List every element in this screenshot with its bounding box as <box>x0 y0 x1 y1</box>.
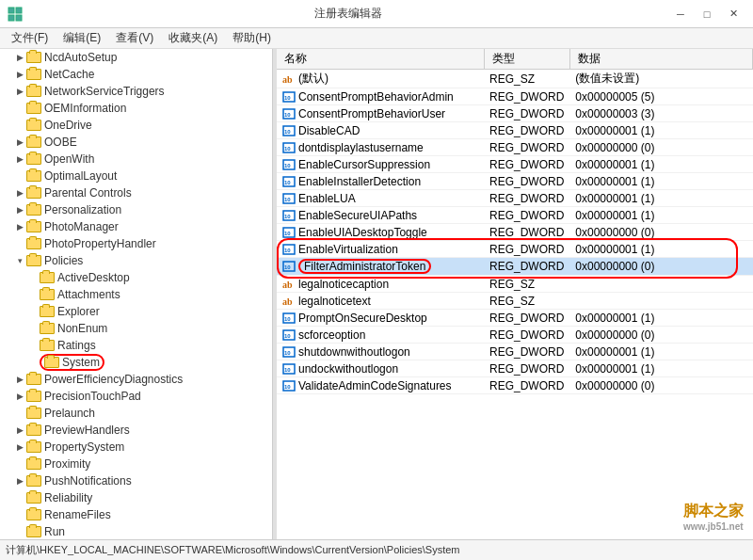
tree-item-label: PhotoPropertyHandler <box>44 237 156 250</box>
tree-arrow-icon: ▶ <box>13 68 26 81</box>
tree-item[interactable]: Prelaunch <box>0 405 272 422</box>
registry-row[interactable]: ab(默认)REG_SZ(数值未设置) <box>277 70 753 88</box>
registry-row[interactable]: 10ValidateAdminCodeSignaturesREG_DWORD0x… <box>277 377 753 394</box>
tree-item[interactable]: ▶PreviewHandlers <box>0 422 272 439</box>
registry-row[interactable]: 10FilterAdministratorTokenREG_DWORD0x000… <box>277 258 753 276</box>
tree-item[interactable]: ▶Parental Controls <box>0 184 272 201</box>
registry-row[interactable]: ablegalnoticecaptionREG_SZ <box>277 276 753 293</box>
tree-item-label: PowerEfficiencyDiagnostics <box>44 373 183 386</box>
tree-arrow-icon <box>13 102 26 115</box>
registry-data-cell: 0x00000001 (1) <box>569 241 752 258</box>
tree-item[interactable]: Run <box>0 523 272 539</box>
tree-item[interactable]: Explorer <box>0 303 272 320</box>
tree-item[interactable]: NonEnum <box>0 320 272 337</box>
menu-favorites[interactable]: 收藏夹(A) <box>161 28 225 48</box>
folder-icon <box>26 374 41 385</box>
tree-item[interactable]: ActiveDesktop <box>0 269 272 286</box>
registry-name: EnableLUA <box>298 192 356 205</box>
tree-item[interactable]: ▶NcdAutoSetup <box>0 49 272 66</box>
tree-item[interactable]: ▶OpenWith <box>0 151 272 168</box>
tree-item-label: NetworkServiceTriggers <box>44 85 165 98</box>
tree-item[interactable]: Proximity <box>0 456 272 472</box>
registry-name-cell: ablegalnoticetext <box>277 293 484 310</box>
registry-name-cell: 10EnableCursorSuppression <box>277 156 484 173</box>
registry-row[interactable]: 10EnableSecureUIAPathsREG_DWORD0x0000000… <box>277 207 753 224</box>
registry-row[interactable]: 10ConsentPromptBehaviorAdminREG_DWORD0x0… <box>277 88 753 105</box>
tree-item[interactable]: ▶Personalization <box>0 201 272 218</box>
menu-help[interactable]: 帮助(H) <box>225 28 279 48</box>
svg-text:10: 10 <box>284 214 291 219</box>
tree-item[interactable]: ▶PowerEfficiencyDiagnostics <box>0 371 272 388</box>
folder-icon <box>40 340 55 351</box>
registry-row[interactable]: 10shutdownwithoutlogonREG_DWORD0x0000000… <box>277 344 753 360</box>
tree-item[interactable]: ▶NetworkServiceTriggers <box>0 83 272 100</box>
tree-arrow-icon: ▶ <box>13 51 26 64</box>
tree-item[interactable]: ▶PhotoManager <box>0 218 272 235</box>
registry-data-cell: 0x00000000 (0) <box>569 327 752 344</box>
menu-edit[interactable]: 编辑(E) <box>56 28 108 48</box>
tree-item[interactable]: Attachments <box>0 286 272 303</box>
menu-view[interactable]: 查看(V) <box>108 28 161 48</box>
tree-item[interactable]: PhotoPropertyHandler <box>0 235 272 252</box>
registry-row[interactable]: 10EnableCursorSuppressionREG_DWORD0x0000… <box>277 156 753 173</box>
registry-row[interactable]: 10EnableVirtualizationREG_DWORD0x0000000… <box>277 241 753 258</box>
registry-data-cell: 0x00000001 (1) <box>569 173 752 190</box>
tree-item[interactable]: Ratings <box>0 337 272 354</box>
registry-row[interactable]: 10dontdisplaylastusernameREG_DWORD0x0000… <box>277 139 753 156</box>
maximize-button[interactable]: □ <box>695 4 719 24</box>
tree-item-label: Explorer <box>57 305 100 318</box>
registry-name-cell: 10EnableVirtualization <box>277 241 484 258</box>
registry-row[interactable]: 10undockwithoutlogonREG_DWORD0x00000001 … <box>277 360 753 377</box>
registry-row[interactable]: 10DisableCADREG_DWORD0x00000001 (1) <box>277 122 753 139</box>
registry-name: EnableVirtualization <box>298 243 398 256</box>
tree-item[interactable]: Reliability <box>0 489 272 506</box>
registry-name: shutdownwithoutlogon <box>298 345 410 359</box>
registry-name: EnableSecureUIAPaths <box>298 209 417 222</box>
tree-item[interactable]: ▶PropertySystem <box>0 439 272 456</box>
registry-type-cell: REG_DWORD <box>484 139 569 156</box>
registry-row[interactable]: 10scforceoptionREG_DWORD0x00000000 (0) <box>277 327 753 344</box>
registry-name-cell: 10DisableCAD <box>277 122 484 139</box>
registry-row[interactable]: 10PromptOnSecureDesktopREG_DWORD0x000000… <box>277 310 753 327</box>
title-bar: 注册表编辑器 ─ □ ✕ <box>0 0 753 28</box>
tree-item-label: ActiveDesktop <box>57 271 130 284</box>
registry-row[interactable]: 10ConsentPromptBehaviorUserREG_DWORD0x00… <box>277 105 753 122</box>
tree-item[interactable]: OEMInformation <box>0 100 272 117</box>
dword-icon: 10 <box>282 192 296 205</box>
registry-data-cell: 0x00000001 (1) <box>569 310 752 327</box>
tree-item[interactable]: RenameFiles <box>0 506 272 523</box>
svg-text:10: 10 <box>284 112 291 118</box>
registry-name-cell: 10ValidateAdminCodeSignatures <box>277 377 484 394</box>
registry-row[interactable]: ablegalnoticetextREG_SZ <box>277 293 753 310</box>
status-bar: 计算机\HKEY_LOCAL_MACHINE\SOFTWARE\Microsof… <box>0 539 753 560</box>
col-type[interactable]: 类型 <box>484 49 569 70</box>
tree-item[interactable]: System <box>0 354 272 371</box>
minimize-button[interactable]: ─ <box>668 4 693 24</box>
col-name[interactable]: 名称 <box>277 49 484 70</box>
tree-item-label: Prelaunch <box>44 407 95 420</box>
tree-item[interactable]: ▾Policies <box>0 252 272 269</box>
close-button[interactable]: ✕ <box>721 4 745 24</box>
menu-file[interactable]: 文件(F) <box>4 28 56 48</box>
tree-item[interactable]: OptimalLayout <box>0 168 272 184</box>
tree-item[interactable]: OneDrive <box>0 117 272 134</box>
tree-item-label: OneDrive <box>44 119 92 132</box>
reg-dword-icon: 10 <box>282 158 296 171</box>
registry-row[interactable]: 10EnableLUAREG_DWORD0x00000001 (1) <box>277 190 753 207</box>
registry-row[interactable]: 10EnableUIADesktopToggleREG_DWORD0x00000… <box>277 224 753 241</box>
registry-type-cell: REG_DWORD <box>484 105 569 122</box>
col-data[interactable]: 数据 <box>569 49 752 70</box>
menu-bar: 文件(F) 编辑(E) 查看(V) 收藏夹(A) 帮助(H) <box>0 28 753 49</box>
tree-arrow-icon <box>13 169 26 183</box>
svg-text:10: 10 <box>284 384 291 390</box>
tree-arrow-icon: ▶ <box>13 424 26 437</box>
tree-item[interactable]: ▶PrecisionTouchPad <box>0 388 272 405</box>
tree-item[interactable]: ▶OOBE <box>0 134 272 151</box>
registry-row[interactable]: 10EnableInstallerDetectionREG_DWORD0x000… <box>277 173 753 190</box>
tree-item[interactable]: ▶PushNotifications <box>0 472 272 489</box>
registry-type-cell: REG_DWORD <box>484 310 569 327</box>
dword-icon: 10 <box>282 90 296 104</box>
tree-item-label: Reliability <box>44 491 92 504</box>
tree-item[interactable]: ▶NetCache <box>0 66 272 83</box>
folder-icon <box>26 458 41 470</box>
